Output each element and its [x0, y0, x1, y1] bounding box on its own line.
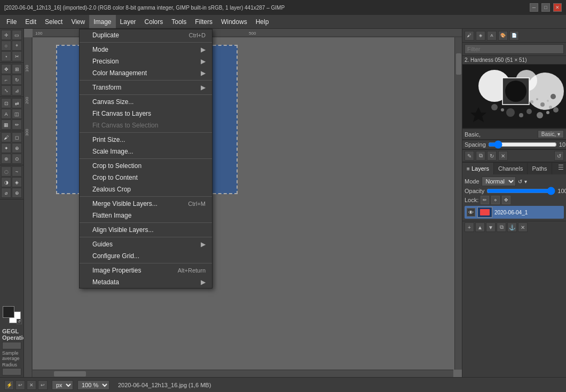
minimize-button[interactable]: ─	[530, 3, 538, 12]
brush-duplicate-icon[interactable]: ⧉	[476, 151, 485, 161]
gegl-radius-input[interactable]	[2, 368, 21, 375]
tool-wand[interactable]: ⋆	[1, 51, 11, 61]
menu-filters[interactable]: Filters	[191, 15, 217, 28]
menu-layer[interactable]: Layer	[116, 15, 140, 28]
tool-perspective[interactable]: ⊡	[1, 98, 11, 108]
brush-menu-icon[interactable]: ↺	[554, 151, 564, 161]
text-icon[interactable]: A	[487, 31, 497, 41]
menu-select[interactable]: Select	[41, 15, 67, 28]
brush-new-icon[interactable]: ✎	[465, 151, 474, 161]
foreground-color[interactable]	[3, 306, 14, 318]
zoom-select[interactable]: 100 %	[77, 380, 109, 390]
brush-delete-icon[interactable]: ✕	[498, 151, 508, 161]
tool-zoom[interactable]: ⊕	[12, 188, 22, 198]
delete-layer-icon[interactable]: ✕	[518, 222, 528, 232]
status-icon-4[interactable]: ↩	[38, 380, 48, 390]
lock-position-icon[interactable]: ✥	[502, 196, 510, 204]
tool-clone[interactable]: ⊕	[12, 143, 22, 153]
tool-move[interactable]: ✥	[1, 64, 11, 74]
menu-item-crop-selection[interactable]: Crop to Selection	[80, 160, 212, 172]
canvas-vscroll[interactable]	[454, 37, 462, 370]
menu-view[interactable]: View	[67, 15, 89, 28]
lock-pixel-icon[interactable]: ✏	[481, 196, 489, 204]
menu-windows[interactable]: Windows	[217, 15, 251, 28]
menu-tools[interactable]: Tools	[167, 15, 191, 28]
tool-measure[interactable]: ⌀	[1, 188, 11, 198]
status-icon-3[interactable]: ✕	[27, 380, 36, 390]
tool-rotate[interactable]: ↻	[12, 75, 22, 85]
color-icon[interactable]: 🎨	[498, 31, 508, 41]
tool-ellipse[interactable]: ○	[1, 41, 11, 51]
document-icon[interactable]: 📄	[509, 31, 519, 41]
tool-airbrush[interactable]: ✦	[1, 143, 11, 153]
status-icon-2[interactable]: ↩	[15, 380, 25, 390]
menu-item-configure-grid[interactable]: Configure Grid...	[80, 250, 212, 262]
tool-align[interactable]: ⊞	[12, 64, 22, 74]
menu-item-zealous-crop[interactable]: Zealous Crop	[80, 183, 212, 195]
tool-crosshair[interactable]: ✛	[1, 30, 11, 40]
menu-item-print-size[interactable]: Print Size...	[80, 134, 212, 146]
raise-layer-icon[interactable]: ▲	[475, 222, 485, 232]
mode-dropdown[interactable]: Normal	[482, 177, 516, 186]
canvas-hscroll[interactable]	[33, 370, 453, 377]
tool-paintbrush[interactable]: 🖌	[1, 132, 11, 142]
tool-heal[interactable]: ⊗	[1, 154, 11, 164]
menu-item-align-visible[interactable]: Align Visible Layers...	[80, 224, 212, 236]
tool-text[interactable]: A	[1, 109, 11, 119]
mode-arrow-icon[interactable]: ▾	[524, 179, 527, 185]
menu-item-merge-visible[interactable]: Merge Visible Layers... Ctrl+M	[80, 198, 212, 210]
brush-refresh-icon[interactable]: ↻	[487, 151, 497, 161]
menu-item-fit-canvas-layers[interactable]: Fit Canvas to Layers	[80, 108, 212, 119]
opacity-slider[interactable]	[486, 188, 555, 194]
menu-item-canvas-size[interactable]: Canvas Size...	[80, 96, 212, 108]
brush-settings-icon[interactable]: 🖌	[465, 31, 474, 41]
tool-blur[interactable]: ◌	[1, 166, 11, 177]
menu-item-scale-image[interactable]: Scale Image...	[80, 146, 212, 157]
close-button[interactable]: ✕	[553, 3, 562, 12]
menu-help[interactable]: Help	[251, 15, 273, 28]
menu-image[interactable]: Image	[89, 15, 115, 28]
tool-pencil[interactable]: ✏	[12, 119, 22, 130]
tool-rect[interactable]: ▭	[12, 30, 22, 40]
menu-item-guides[interactable]: Guides ▶	[80, 238, 212, 250]
menu-item-duplicate[interactable]: Duplicate Ctrl+D	[80, 29, 212, 41]
layers-menu-icon[interactable]: ☰	[556, 163, 566, 174]
tool-shear[interactable]: ⊿	[12, 85, 22, 95]
menu-item-image-properties[interactable]: Image Properties Alt+Return	[80, 265, 212, 276]
menu-item-crop-content[interactable]: Crop to Content	[80, 172, 212, 183]
lower-layer-icon[interactable]: ▼	[486, 222, 496, 232]
maximize-button[interactable]: □	[541, 3, 550, 12]
reset-colors-icon[interactable]: ↺	[17, 319, 22, 324]
menu-item-metadata[interactable]: Metadata ▶	[80, 276, 212, 288]
layer-visibility-icon[interactable]: 👁	[467, 208, 475, 217]
menu-file[interactable]: File	[2, 15, 21, 28]
mode-reset-icon[interactable]: ↺	[518, 179, 522, 185]
menu-colors[interactable]: Colors	[140, 15, 168, 28]
unit-select[interactable]: px	[52, 380, 73, 390]
tool-scissors[interactable]: ✂	[12, 51, 22, 61]
tool-crop[interactable]: ⌐	[1, 75, 11, 85]
gegl-sample-input[interactable]	[2, 342, 21, 349]
anchor-layer-icon[interactable]: ⚓	[507, 222, 517, 232]
tool-perspective-clone[interactable]: ⊙	[12, 154, 22, 164]
tool-dodge[interactable]: ◑	[1, 177, 11, 187]
duplicate-layer-icon[interactable]: ⧉	[497, 222, 506, 232]
tool-gradient[interactable]: ▦	[1, 119, 11, 130]
brush-category-dropdown[interactable]: Basic,▾	[538, 130, 564, 138]
color-selector[interactable]: ↺	[2, 305, 22, 324]
status-icon-1[interactable]: ⚡	[4, 380, 14, 390]
layer-entry[interactable]: 👁 2020-06-04_1	[465, 206, 564, 219]
new-layer-icon[interactable]: +	[465, 222, 474, 232]
tab-paths[interactable]: Paths	[528, 163, 552, 174]
tool-bucket[interactable]: ◫	[12, 109, 22, 119]
menu-item-color-management[interactable]: Color Management ▶	[80, 67, 212, 79]
menu-item-flatten[interactable]: Flatten Image	[80, 210, 212, 221]
menu-item-mode[interactable]: Mode ▶	[80, 44, 212, 55]
menu-edit[interactable]: Edit	[21, 15, 41, 28]
menu-item-transform[interactable]: Transform ▶	[80, 82, 212, 93]
tool-colorpicker[interactable]: ◈	[12, 177, 22, 187]
tab-layers[interactable]: ≡ Layers	[462, 163, 494, 174]
tool-lasso[interactable]: ⌖	[12, 41, 22, 51]
tool-eraser[interactable]: ◻	[12, 132, 22, 142]
tool-smudge[interactable]: ~	[12, 166, 22, 177]
